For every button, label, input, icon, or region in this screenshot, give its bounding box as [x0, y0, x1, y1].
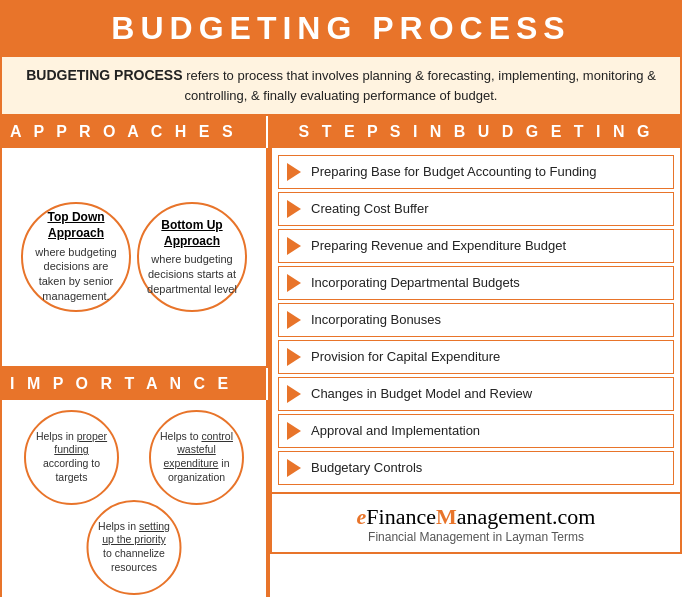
- steps-header: S T E P S I N B U D G E T I N G: [270, 116, 682, 148]
- step-row: Incorporating Bonuses: [278, 303, 674, 337]
- brand-footer: eFinanceManagement.com Financial Managem…: [270, 494, 682, 554]
- brand-rest: anagement.com: [457, 504, 596, 529]
- step-label: Approval and Implementation: [311, 423, 480, 438]
- step-row: Preparing Revenue and Expenditure Budget: [278, 229, 674, 263]
- step-label: Changes in Budget Model and Review: [311, 386, 532, 401]
- step-row: Creating Cost Buffer: [278, 192, 674, 226]
- brand-tagline: Financial Management in Layman Terms: [272, 530, 680, 544]
- step-label: Preparing Base for Budget Accounting to …: [311, 164, 596, 179]
- definition-bold: BUDGETING PROCESS: [26, 67, 182, 83]
- step-arrow-icon: [287, 459, 301, 477]
- step-label: Provision for Capital Expenditure: [311, 349, 500, 364]
- definition-text: refers to process that involves planning…: [183, 68, 656, 103]
- step-arrow-icon: [287, 237, 301, 255]
- step-row: Approval and Implementation: [278, 414, 674, 448]
- importance-circle-1: Helps in properfunding according to targ…: [24, 410, 119, 505]
- importance-header: I M P O R T A N C E: [0, 368, 268, 400]
- step-arrow-icon: [287, 348, 301, 366]
- left-column: A P P R O A C H E S Top DownApproach whe…: [0, 116, 270, 598]
- step-arrow-icon: [287, 422, 301, 440]
- step-arrow-icon: [287, 385, 301, 403]
- top-down-desc: where budgeting decisions are taken by s…: [31, 245, 121, 304]
- step-label: Creating Cost Buffer: [311, 201, 429, 216]
- importance-area: Helps in properfunding according to targ…: [0, 400, 268, 598]
- brand-m: M: [436, 504, 457, 529]
- approaches-block: A P P R O A C H E S Top DownApproach whe…: [0, 116, 270, 368]
- importance-block: I M P O R T A N C E Helps in properfundi…: [0, 368, 270, 598]
- brand-finance: Finance: [366, 504, 436, 529]
- step-row: Incorporating Departmental Budgets: [278, 266, 674, 300]
- approaches-header: A P P R O A C H E S: [0, 116, 268, 148]
- step-label: Budgetary Controls: [311, 460, 422, 475]
- step-row: Changes in Budget Model and Review: [278, 377, 674, 411]
- step-label: Incorporating Departmental Budgets: [311, 275, 520, 290]
- title-bar: BUDGETING PROCESS: [0, 0, 682, 55]
- two-col-layout: A P P R O A C H E S Top DownApproach whe…: [0, 116, 682, 598]
- main-container: BUDGETING PROCESS BUDGETING PROCESS refe…: [0, 0, 682, 597]
- bottom-up-circle: Bottom UpApproach where budgeting decisi…: [137, 202, 247, 312]
- top-down-circle: Top DownApproach where budgeting decisio…: [21, 202, 131, 312]
- steps-area: Preparing Base for Budget Accounting to …: [270, 148, 682, 494]
- step-arrow-icon: [287, 200, 301, 218]
- importance-circles: Helps in properfunding according to targ…: [14, 410, 254, 595]
- step-arrow-icon: [287, 311, 301, 329]
- step-arrow-icon: [287, 274, 301, 292]
- step-row: Provision for Capital Expenditure: [278, 340, 674, 374]
- brand-name: eFinanceManagement.com: [272, 504, 680, 530]
- bottom-up-title: Bottom UpApproach: [161, 217, 222, 249]
- step-arrow-icon: [287, 163, 301, 181]
- bottom-up-desc: where budgeting decisions starts at depa…: [147, 252, 237, 297]
- step-label: Preparing Revenue and Expenditure Budget: [311, 238, 566, 253]
- brand-e: e: [357, 504, 367, 529]
- step-label: Incorporating Bonuses: [311, 312, 441, 327]
- approaches-area: Top DownApproach where budgeting decisio…: [0, 148, 268, 368]
- step-row: Budgetary Controls: [278, 451, 674, 485]
- definition-bar: BUDGETING PROCESS refers to process that…: [0, 55, 682, 116]
- step-row: Preparing Base for Budget Accounting to …: [278, 155, 674, 189]
- main-title: BUDGETING PROCESS: [111, 10, 570, 46]
- importance-circle-3: Helps in setting up the priority to chan…: [87, 500, 182, 595]
- importance-circle-2: Helps to control wasteful expenditure in…: [149, 410, 244, 505]
- right-column: S T E P S I N B U D G E T I N G Preparin…: [270, 116, 682, 598]
- top-down-title: Top DownApproach: [47, 209, 104, 241]
